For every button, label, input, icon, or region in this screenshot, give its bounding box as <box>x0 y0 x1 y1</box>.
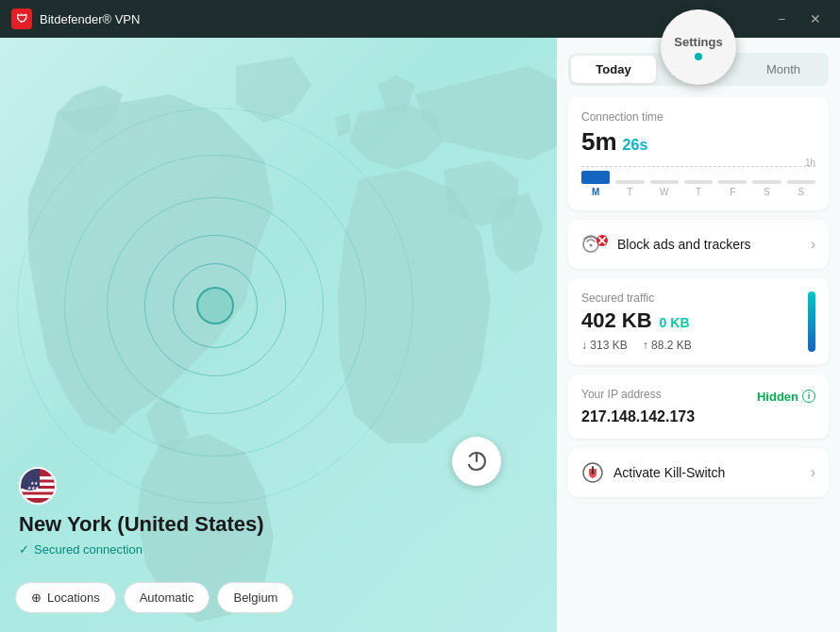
block-ads-label: Block ads and trackers <box>617 237 801 252</box>
ip-hidden-badge: Hidden i <box>757 390 815 404</box>
chart-max-line: 1h <box>581 166 815 167</box>
day-bar-f <box>718 180 747 184</box>
day-bar-w <box>650 180 679 184</box>
traffic-value: 402 KB <box>581 308 652 333</box>
day-label-s1: S <box>764 187 770 197</box>
automatic-button[interactable]: Automatic <box>124 582 210 613</box>
tab-today[interactable]: Today <box>571 56 656 83</box>
day-col-t1: T <box>615 180 644 197</box>
minimize-button[interactable]: − <box>768 6 795 32</box>
automatic-label: Automatic <box>140 590 194 605</box>
traffic-download: ↓ 313 KB <box>581 339 628 352</box>
traffic-upload: ↑ 88.2 KB <box>643 339 692 352</box>
kill-switch-chevron: › <box>811 464 815 481</box>
shield-check-icon: ✓ <box>19 542 29 557</box>
block-ads-chevron: › <box>811 236 815 253</box>
day-col-t2: T <box>684 180 713 197</box>
traffic-label: Secured traffic <box>581 291 798 305</box>
day-label-t2: T <box>696 187 701 197</box>
ip-address-card: Your IP address Hidden i 217.148.142.173 <box>568 374 829 439</box>
power-icon <box>465 450 488 473</box>
traffic-bar <box>808 291 815 352</box>
traffic-secondary: 0 KB <box>660 315 690 330</box>
secured-label: Secured connection <box>34 542 143 557</box>
chart-max-label: 1h <box>805 158 815 168</box>
connection-seconds: 26s <box>623 137 648 154</box>
power-button[interactable] <box>452 437 501 486</box>
belgium-label: Belgium <box>233 590 277 605</box>
day-col-m: M <box>581 171 610 197</box>
svg-text:★★★: ★★★ <box>27 485 40 491</box>
ip-header: Your IP address Hidden i <box>581 388 815 405</box>
day-bar-t2 <box>684 180 713 184</box>
connection-time-label: Connection time <box>581 110 815 124</box>
day-label-f: F <box>730 187 735 197</box>
tab-month[interactable]: Month <box>741 56 826 83</box>
window-controls: − ✕ <box>768 6 829 32</box>
day-label-t1: T <box>627 187 632 197</box>
day-col-f: F <box>718 180 747 197</box>
kill-switch-label: Activate Kill-Switch <box>613 465 801 480</box>
ip-value: 217.148.142.173 <box>581 408 815 425</box>
secured-traffic-card: Secured traffic 402 KB 0 KB ↓ 313 KB ↑ 8… <box>568 278 829 365</box>
svg-point-11 <box>590 244 593 247</box>
connection-time-card: Connection time 5m 26s 1h M T W <box>568 97 829 210</box>
info-icon: i <box>802 390 815 403</box>
day-bar-m <box>581 171 610 184</box>
settings-label: Settings <box>674 35 722 49</box>
svg-point-16 <box>592 472 595 474</box>
kill-switch-icon <box>581 461 604 484</box>
bottom-toolbar: ⊕ Locations Automatic Belgium <box>15 582 294 613</box>
day-label-m: M <box>592 187 599 197</box>
connection-time-value: 5m 26s <box>581 127 815 157</box>
svg-rect-4 <box>21 495 57 499</box>
day-col-w: W <box>650 180 679 197</box>
day-bar-chart: M T W T F <box>581 175 815 197</box>
settings-indicator <box>695 53 702 60</box>
ip-hidden-label: Hidden <box>757 390 798 404</box>
day-col-s2: S <box>787 180 815 197</box>
right-panel: Today Week Month Connection time 5m 26s … <box>557 38 840 632</box>
day-label-s2: S <box>798 187 804 197</box>
block-ads-icon <box>581 233 608 256</box>
connection-chart: 1h M T W T <box>581 166 815 197</box>
traffic-sub: ↓ 313 KB ↑ 88.2 KB <box>581 339 798 352</box>
secured-badge: ✓ Secured connection <box>19 542 264 557</box>
location-name: New York (United States) <box>19 512 264 537</box>
day-bar-s1 <box>752 180 781 184</box>
ip-label: Your IP address <box>581 388 662 401</box>
day-bar-s2 <box>787 180 815 184</box>
app-logo: 🛡 <box>11 8 32 29</box>
settings-button[interactable]: Settings <box>661 9 736 85</box>
connection-minutes: 5m <box>581 127 617 157</box>
belgium-button[interactable]: Belgium <box>217 582 294 613</box>
locations-button[interactable]: ⊕ Locations <box>15 582 116 613</box>
locations-label: Locations <box>47 590 100 605</box>
day-col-s1: S <box>752 180 781 197</box>
day-label-w: W <box>660 187 668 197</box>
locations-icon: ⊕ <box>31 590 42 605</box>
close-button[interactable]: ✕ <box>802 6 829 32</box>
block-ads-row[interactable]: Block ads and trackers › <box>568 220 829 269</box>
location-info: ★★ ★★★ New York (United States) ✓ Secure… <box>19 467 264 557</box>
kill-switch-row[interactable]: Activate Kill-Switch › <box>568 448 829 497</box>
flag-icon: ★★ ★★★ <box>19 467 57 505</box>
traffic-main: 402 KB 0 KB <box>581 308 798 333</box>
day-bar-t1 <box>615 180 644 184</box>
app-name: Bitdefender® VPN <box>40 12 768 26</box>
traffic-info: Secured traffic 402 KB 0 KB ↓ 313 KB ↑ 8… <box>581 291 798 352</box>
